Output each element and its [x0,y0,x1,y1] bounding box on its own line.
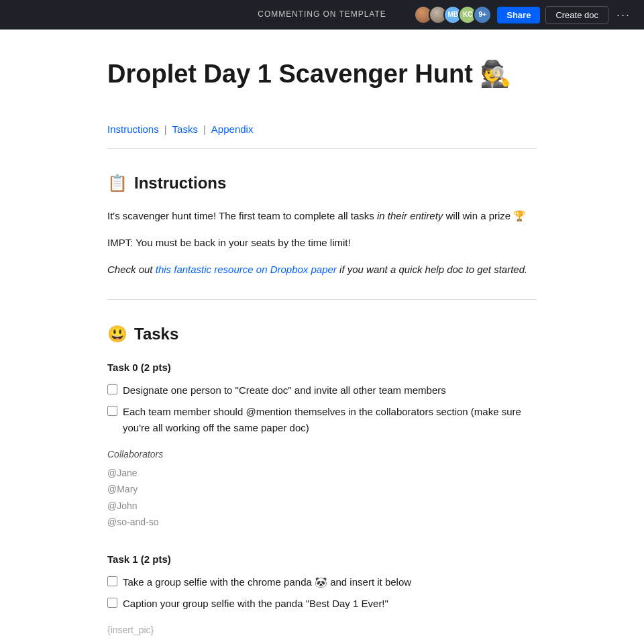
instructions-body: It's scavenger hunt time! The first team… [107,208,537,278]
task0-item1: Each team member should @mention themsel… [107,404,537,436]
tasks-icon: 😃 [107,321,127,347]
task1-item0: Take a group selfie with the chrome pand… [107,574,537,590]
task0-checkbox1[interactable] [107,406,117,416]
instructions-icon: 📋 [107,170,127,196]
nav-divider [107,148,537,149]
task1-checkbox1[interactable] [107,598,117,608]
insert-pic-placeholder: {insert_pic} [107,623,537,637]
instructions-para3-text2: if you want a quick help doc to get star… [337,264,527,275]
topbar-template-label: COMMENTING ON TEMPLATE [258,8,386,21]
task0-item0: Designate one person to "Create doc" and… [107,382,537,398]
doc-title: Droplet Day 1 Scavenger Hunt 🕵 [107,54,537,95]
task1-checkbox0[interactable] [107,576,117,586]
instructions-para1-text1: It's scavenger hunt time! The first team… [107,210,377,221]
avatar-count: 9+ [473,5,492,24]
nav-sep-1: | [164,121,167,138]
topbar: COMMENTING ON TEMPLATE MB KC 9+ Share Cr… [0,0,644,30]
instructions-para3: Check out this fantastic resource on Dro… [107,262,537,278]
instructions-para1-italic: in their entirety [377,210,443,221]
avatar-stack: MB KC 9+ [414,5,492,24]
instructions-para3-link[interactable]: this fantastic resource on Dropbox paper [156,264,337,275]
instructions-para1-text2: will win a prize 🏆 [443,210,526,221]
task0-label: Task 0 (2 pts) [107,360,537,376]
tasks-heading-text: Tasks [134,321,178,347]
collaborator-1: @Mary [107,482,537,496]
nav-instructions[interactable]: Instructions [107,121,159,138]
nav-links: Instructions | Tasks | Appendix [107,121,537,138]
nav-sep-2: | [203,121,206,138]
more-options-button[interactable]: ··· [614,8,633,22]
task1-item0-text: Take a group selfie with the chrome pand… [123,574,411,590]
doc-title-emoji: 🕵 [480,54,511,95]
collaborators-label: Collaborators [107,447,537,462]
task1-item1-text: Caption your group selfie with the panda… [123,596,388,612]
collaborator-3: @so-and-so [107,515,537,529]
task1-item1: Caption your group selfie with the panda… [107,596,537,612]
collaborator-2: @John [107,498,537,513]
task0-checkbox0[interactable] [107,384,117,394]
main-content: Droplet Day 1 Scavenger Hunt 🕵 Instructi… [80,0,564,644]
doc-title-text: Droplet Day 1 Scavenger Hunt [107,54,473,95]
instructions-para3-text1: Check out [107,264,156,275]
task1-section: Task 1 (2 pts) Take a group selfie with … [107,551,537,637]
topbar-actions: MB KC 9+ Share Create doc ··· [414,5,633,24]
instructions-para2: IMPT: You must be back in your seats by … [107,235,537,251]
collaborator-0: @Jane [107,466,537,480]
share-button[interactable]: Share [497,7,540,23]
task0-item0-text: Designate one person to "Create doc" and… [123,382,446,398]
tasks-section: 😃 Tasks Task 0 (2 pts) Designate one per… [107,321,537,637]
instructions-section: 📋 Instructions It's scavenger hunt time!… [107,170,537,278]
create-doc-button[interactable]: Create doc [545,6,608,24]
instructions-heading-text: Instructions [134,170,226,196]
task0-item1-text: Each team member should @mention themsel… [123,404,537,436]
nav-tasks[interactable]: Tasks [172,121,198,138]
section-divider-1 [107,299,537,300]
instructions-para1: It's scavenger hunt time! The first team… [107,208,537,224]
task1-label: Task 1 (2 pts) [107,551,537,568]
nav-appendix[interactable]: Appendix [211,121,254,138]
instructions-heading: 📋 Instructions [107,170,537,196]
task0-section: Task 0 (2 pts) Designate one person to "… [107,360,537,530]
tasks-heading: 😃 Tasks [107,321,537,347]
